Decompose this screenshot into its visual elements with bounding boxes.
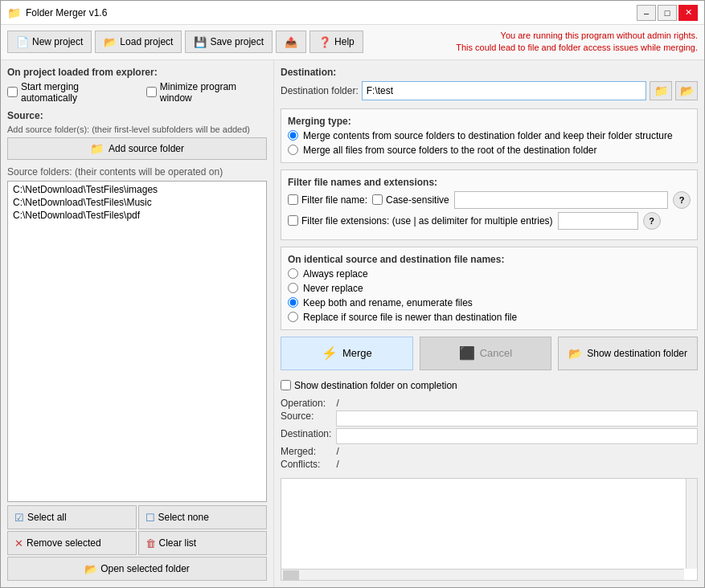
close-button[interactable]: ✕ — [678, 5, 698, 21]
merged-value: / — [336, 446, 698, 457]
select-none-icon: ☐ — [146, 512, 155, 524]
browse-folder-icon: 📁 — [654, 84, 668, 97]
window-title: Folder Merger v1.6 — [26, 7, 107, 18]
filter-name-input[interactable] — [454, 191, 668, 209]
source-status-label: Source: — [281, 410, 331, 427]
new-project-button[interactable]: 📄 New project — [7, 31, 92, 53]
never-replace-label[interactable]: Never replace — [288, 283, 691, 294]
log-content — [281, 479, 697, 580]
select-none-button[interactable]: ☐ Select none — [138, 505, 268, 529]
help-button[interactable]: ❓ Help — [309, 31, 363, 53]
filter-ext-checkbox[interactable] — [288, 215, 298, 226]
filter-ext-input[interactable] — [558, 212, 638, 230]
destination-section-label: Destination: — [281, 67, 698, 78]
filter-ext-help-button[interactable]: ? — [643, 212, 661, 230]
never-replace-radio[interactable] — [288, 283, 298, 293]
destination-folder-label: Destination folder: — [281, 85, 359, 96]
filter-label: Filter file names and extensions: — [288, 177, 691, 188]
merging-type-group: Merging type: Merge contents from source… — [281, 108, 698, 163]
log-scrollbar-thumb-h — [283, 570, 299, 580]
merge-option2-label[interactable]: Merge all files from source folders to t… — [288, 145, 691, 156]
merge-button[interactable]: ⚡ Merge — [281, 337, 413, 370]
filter-name-help-button[interactable]: ? — [673, 191, 691, 209]
filter-name-checkbox[interactable] — [288, 194, 298, 205]
merged-label: Merged: — [281, 446, 331, 457]
show-destination-folder-button[interactable]: 📂 Show destination folder — [558, 337, 698, 370]
log-scrollbar-v[interactable] — [686, 479, 697, 569]
destination-folder-input[interactable] — [362, 81, 646, 100]
minimize-window-checkbox-label[interactable]: Minimize program window — [146, 81, 267, 104]
operation-value: / — [336, 398, 698, 409]
show-dest-icon: 📂 — [568, 347, 582, 360]
add-source-folder-icon: 📁 — [90, 142, 104, 155]
merge-icon: ⚡ — [322, 345, 338, 361]
show-dest-completion-label[interactable]: Show destination folder on completion — [281, 380, 457, 391]
conflicts-value: / — [336, 459, 698, 470]
list-item[interactable]: C:\NetDownload\TestFiles\Music — [10, 196, 264, 209]
open-destination-button[interactable]: 📂 — [675, 81, 698, 100]
open-folder-icon: 📂 — [84, 563, 97, 575]
list-item[interactable]: C:\NetDownload\TestFiles\pdf — [10, 209, 264, 222]
filter-name-checkbox-label[interactable]: Filter file name: — [288, 194, 367, 206]
load-project-icon: 📂 — [104, 36, 117, 48]
select-all-icon: ☑ — [14, 512, 24, 524]
load-project-button[interactable]: 📂 Load project — [95, 31, 182, 53]
browse-destination-button[interactable]: 📁 — [650, 81, 672, 100]
add-source-hint: Add source folder(s): (their first-level… — [7, 125, 267, 134]
clear-list-button[interactable]: 🗑 Clear list — [138, 531, 268, 555]
filter-ext-checkbox-label[interactable]: Filter file extensions: (use | as delimi… — [288, 215, 553, 227]
source-status-input — [336, 410, 698, 427]
merging-type-label: Merging type: — [288, 116, 691, 127]
merge-option1-radio[interactable] — [288, 130, 298, 141]
cancel-icon: ⬛ — [459, 345, 475, 361]
new-project-icon: 📄 — [16, 36, 29, 48]
destination-status-label: Destination: — [281, 428, 331, 444]
log-scrollbar-h[interactable] — [281, 569, 684, 580]
always-replace-label[interactable]: Always replace — [288, 268, 691, 280]
minimize-window-checkbox[interactable] — [146, 87, 157, 97]
list-item[interactable]: C:\NetDownload\TestFiles\images — [10, 183, 264, 196]
keep-both-label[interactable]: Keep both and rename, enumerate files — [288, 297, 691, 308]
merge-option2-radio[interactable] — [288, 145, 298, 155]
replace-newer-radio[interactable] — [288, 312, 298, 322]
open-dest-icon: 📂 — [680, 84, 694, 97]
identical-group: On identical source and destination file… — [281, 247, 698, 330]
replace-newer-label[interactable]: Replace if source file is newer than des… — [288, 312, 691, 323]
open-selected-folder-button[interactable]: 📂 Open selected folder — [7, 557, 267, 581]
save-project-icon: 💾 — [194, 36, 207, 48]
maximize-button[interactable]: □ — [658, 5, 677, 21]
destination-status-input — [336, 428, 698, 444]
filter-group: Filter file names and extensions: Filter… — [281, 169, 698, 240]
source-section-label: Source: — [7, 110, 267, 121]
warning-text: You are running this program without adm… — [456, 30, 698, 55]
minimize-button[interactable]: – — [637, 5, 656, 21]
clear-list-icon: 🗑 — [146, 537, 156, 549]
start-merging-checkbox-label[interactable]: Start merging automatically — [7, 81, 133, 104]
window-icon: 📁 — [7, 6, 21, 19]
select-all-button[interactable]: ☑ Select all — [7, 505, 137, 529]
add-source-folder-button[interactable]: 📁 Add source folder — [7, 137, 267, 160]
show-dest-completion-checkbox[interactable] — [281, 380, 291, 390]
identical-label: On identical source and destination file… — [288, 254, 691, 265]
log-area[interactable] — [281, 478, 698, 581]
keep-both-radio[interactable] — [288, 297, 298, 308]
help-icon: ❓ — [318, 36, 331, 48]
project-label: On project loaded from explorer: — [7, 67, 267, 78]
source-folders-label: Source folders: (their contents will be … — [7, 166, 267, 178]
export-button[interactable]: 📤 — [276, 31, 306, 53]
case-sensitive-checkbox[interactable] — [372, 194, 383, 205]
conflicts-label: Conflicts: — [281, 459, 331, 470]
save-project-button[interactable]: 💾 Save project — [185, 31, 273, 53]
case-sensitive-checkbox-label[interactable]: Case-sensitive — [372, 194, 449, 206]
merge-option1-label[interactable]: Merge contents from source folders to de… — [288, 130, 691, 141]
export-icon: 📤 — [285, 36, 297, 48]
start-merging-checkbox[interactable] — [7, 87, 18, 97]
always-replace-radio[interactable] — [288, 268, 298, 279]
cancel-button[interactable]: ⬛ Cancel — [420, 337, 552, 370]
operation-label: Operation: — [281, 398, 331, 409]
remove-selected-icon: ✕ — [14, 537, 23, 549]
source-folders-list[interactable]: C:\NetDownload\TestFiles\imagesC:\NetDow… — [7, 181, 267, 502]
remove-selected-button[interactable]: ✕ Remove selected — [7, 531, 137, 555]
